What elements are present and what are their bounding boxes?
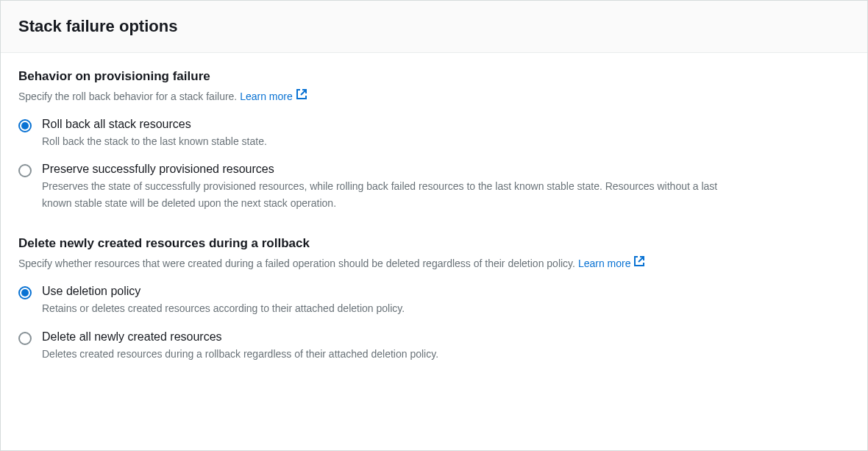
section-desc-text: Specify the roll back behavior for a sta… xyxy=(18,90,240,102)
radio-button-icon xyxy=(18,286,32,299)
external-link-icon xyxy=(296,88,307,104)
section-delete-resources: Delete newly created resources during a … xyxy=(18,236,850,362)
panel-title: Stack failure options xyxy=(18,17,850,36)
radio-desc: Deletes created resources during a rollb… xyxy=(42,346,748,362)
radio-label: Preserve successfully provisioned resour… xyxy=(42,163,850,176)
radio-delete-all[interactable]: Delete all newly created resources Delet… xyxy=(18,330,850,362)
radio-group-delete: Use deletion policy Retains or deletes c… xyxy=(18,285,850,362)
radio-desc: Roll back the stack to the last known st… xyxy=(42,133,748,149)
radio-desc: Preserves the state of successfully prov… xyxy=(42,178,748,211)
section-desc-text: Specify whether resources that were crea… xyxy=(18,258,578,269)
radio-content: Use deletion policy Retains or deletes c… xyxy=(42,285,850,316)
learn-more-text: Learn more xyxy=(240,89,293,104)
panel-header: Stack failure options xyxy=(1,1,867,53)
radio-use-deletion-policy[interactable]: Use deletion policy Retains or deletes c… xyxy=(18,285,850,316)
radio-content: Roll back all stack resources Roll back … xyxy=(42,118,850,149)
section-title: Behavior on provisioning failure xyxy=(18,69,850,84)
section-desc: Specify whether resources that were crea… xyxy=(18,255,850,271)
section-title: Delete newly created resources during a … xyxy=(18,236,850,251)
radio-label: Roll back all stack resources xyxy=(42,118,850,131)
radio-button-icon xyxy=(18,164,32,177)
radio-button-icon xyxy=(18,332,32,345)
radio-label: Delete all newly created resources xyxy=(42,330,850,344)
panel-body: Behavior on provisioning failure Specify… xyxy=(1,53,867,391)
radio-label: Use deletion policy xyxy=(42,285,850,298)
radio-content: Preserve successfully provisioned resour… xyxy=(42,163,850,211)
radio-group-provisioning: Roll back all stack resources Roll back … xyxy=(18,118,850,211)
external-link-icon xyxy=(633,255,645,271)
radio-desc: Retains or deletes created resources acc… xyxy=(42,300,748,316)
section-desc: Specify the roll back behavior for a sta… xyxy=(18,88,850,104)
stack-failure-panel: Stack failure options Behavior on provis… xyxy=(0,0,868,451)
learn-more-link[interactable]: Learn more xyxy=(578,255,646,271)
section-provisioning-failure: Behavior on provisioning failure Specify… xyxy=(18,69,850,211)
radio-button-icon xyxy=(18,119,32,132)
learn-more-link[interactable]: Learn more xyxy=(240,88,307,104)
radio-rollback-all[interactable]: Roll back all stack resources Roll back … xyxy=(18,118,850,149)
learn-more-text: Learn more xyxy=(578,256,631,271)
radio-content: Delete all newly created resources Delet… xyxy=(42,330,850,362)
radio-preserve[interactable]: Preserve successfully provisioned resour… xyxy=(18,163,850,211)
